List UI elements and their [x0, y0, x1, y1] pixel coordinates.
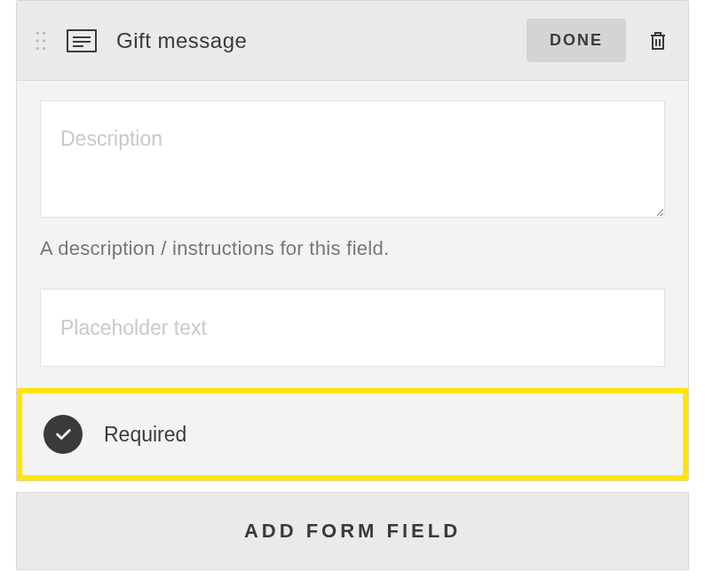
description-help-text: A description / instructions for this fi… — [40, 237, 665, 260]
svg-point-1 — [43, 31, 45, 34]
field-title: Gift message — [116, 28, 247, 53]
done-button[interactable]: DONE — [527, 19, 626, 62]
svg-point-2 — [36, 39, 39, 42]
check-icon — [44, 415, 83, 454]
delete-button[interactable] — [646, 28, 670, 53]
trash-icon — [647, 30, 669, 52]
svg-point-3 — [43, 39, 45, 42]
field-body: A description / instructions for this fi… — [17, 80, 688, 481]
add-form-field-button[interactable]: ADD FORM FIELD — [16, 492, 689, 570]
field-header: Gift message DONE — [17, 1, 688, 80]
textarea-type-icon — [67, 29, 97, 52]
required-label: Required — [104, 423, 186, 447]
description-input[interactable] — [40, 100, 665, 218]
drag-handle-icon[interactable] — [35, 31, 47, 51]
svg-point-0 — [36, 31, 39, 34]
form-field-panel: Gift message DONE A description / instru… — [16, 0, 689, 481]
required-toggle[interactable]: Required — [17, 388, 688, 481]
svg-point-5 — [43, 46, 45, 49]
svg-point-4 — [36, 46, 39, 49]
placeholder-input[interactable] — [40, 289, 665, 367]
